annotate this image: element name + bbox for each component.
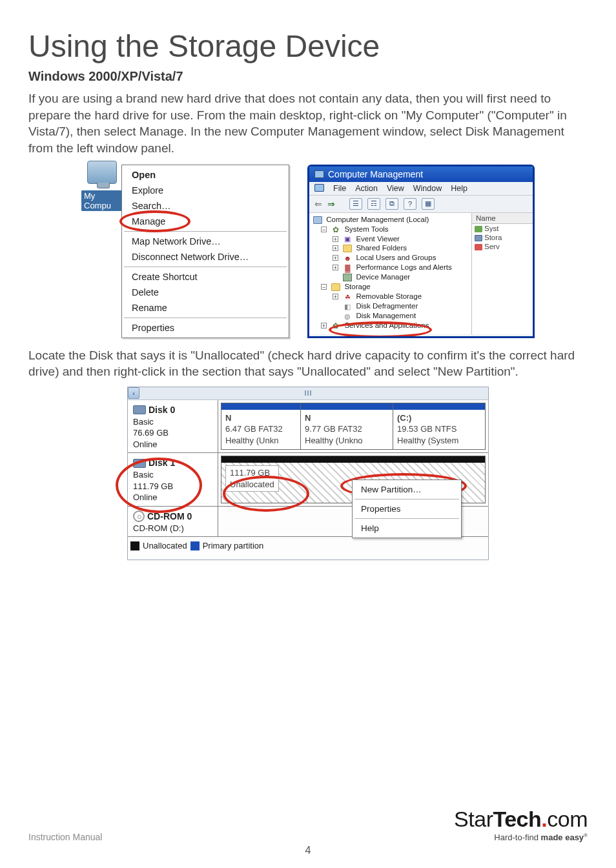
scroll-left-icon[interactable]: ‹ (128, 387, 139, 399)
expand-icon[interactable]: + (321, 323, 327, 328)
expand-icon[interactable]: + (333, 245, 338, 251)
brand-tech: Tech (493, 807, 541, 831)
tree-system-tools[interactable]: − ✿ System Tools (311, 225, 470, 234)
ctx-explore[interactable]: Explore (123, 183, 288, 198)
tree-device-manager[interactable]: Device Manager (311, 272, 470, 282)
ctx-new-partition[interactable]: New Partition… (353, 482, 460, 497)
expand-icon[interactable]: + (333, 265, 338, 270)
back-icon[interactable]: ⇐ (314, 199, 322, 209)
ctx-properties[interactable]: Properties (353, 501, 460, 516)
tree-disk-defragmenter[interactable]: ◧ Disk Defragmenter (311, 301, 470, 311)
brand-com: com (547, 807, 588, 831)
ctx-disconnect-network-drive[interactable]: Disconnect Network Drive… (123, 249, 288, 265)
ctx-help[interactable]: Help (353, 521, 460, 536)
brand-star: Star (454, 807, 493, 831)
disk-management-figure: ‹ Disk 0 Basic 76.69 GB Online N 6.47 GB… (127, 387, 489, 561)
ctx-separator (124, 267, 287, 267)
ctx-create-shortcut[interactable]: Create Shortcut (123, 269, 288, 285)
expand-icon[interactable]: + (333, 236, 338, 242)
gear-icon (475, 244, 482, 250)
expand-icon[interactable]: + (333, 255, 338, 261)
tree-services-applications[interactable]: + ✿ Services and Applications (311, 321, 470, 330)
toolbar-button[interactable]: ? (404, 198, 416, 210)
removable-icon: ☘ (343, 293, 352, 301)
tree-storage[interactable]: − Storage (311, 282, 470, 292)
legend-unallocated-label: Unallocated (143, 541, 187, 550)
menu-action[interactable]: Action (355, 184, 378, 193)
tree-removable-storage[interactable]: + ☘ Removable Storage (311, 292, 470, 301)
toolbar-button[interactable]: ☶ (367, 198, 380, 210)
ctx-separator (354, 518, 459, 519)
figure-context-and-mgmt: My Compu Open Explore Search… Manage Map… (28, 165, 588, 338)
folder-icon (331, 283, 340, 291)
ctx-separator (354, 499, 459, 500)
window-titlebar[interactable]: Computer Management (309, 167, 533, 182)
intro-paragraph: If you are using a brand new hard drive … (28, 90, 588, 157)
menu-view[interactable]: View (387, 184, 404, 193)
ctx-manage[interactable]: Manage (123, 214, 288, 229)
tools-icon (475, 226, 482, 232)
disk1-label-cell[interactable]: Disk 1 Basic 111.79 GB Online (128, 453, 218, 506)
ctx-separator (124, 231, 287, 232)
list-item[interactable]: Syst (472, 224, 533, 233)
list-item[interactable]: Stora (472, 233, 533, 242)
page-number: 4 (0, 845, 616, 856)
disk-icon (133, 405, 146, 414)
horizontal-scrollbar[interactable]: ‹ (128, 387, 488, 400)
os-subtitle: Windows 2000/XP/Vista/7 (28, 69, 588, 84)
window-title: Computer Management (328, 169, 423, 179)
toolbar-button[interactable]: ⧉ (385, 198, 398, 210)
forward-icon[interactable]: ⇒ (327, 199, 335, 209)
ctx-delete[interactable]: Delete (123, 285, 288, 300)
toolbar-button[interactable]: ☰ (349, 198, 362, 210)
disk-icon: ◍ (343, 312, 352, 320)
disk0-volume-1[interactable]: N 9.77 GB FAT32 Healthy (Unkno (301, 403, 393, 450)
unallocated-context-menu: New Partition… Properties Help (352, 479, 462, 538)
tree-local-users[interactable]: + ☻ Local Users and Groups (311, 253, 470, 263)
menu-file[interactable]: File (333, 184, 346, 193)
column-header-name[interactable]: Name (472, 213, 533, 224)
disk-icon (133, 459, 146, 468)
my-computer-label: My Compu (81, 190, 123, 211)
folder-icon (475, 235, 482, 241)
collapse-icon[interactable]: − (321, 284, 327, 290)
gear-icon: ✿ (331, 322, 340, 330)
collapse-icon[interactable]: − (321, 227, 327, 232)
expand-icon[interactable]: + (333, 294, 338, 299)
brand-tagline: Hard-to-find made easy® (454, 833, 588, 842)
device-icon (343, 274, 352, 281)
window-icon (314, 170, 324, 178)
tree-event-viewer[interactable]: + ▣ Event Viewer (311, 234, 470, 244)
toolbar-button[interactable]: ▦ (422, 198, 435, 210)
disk0-volume-0[interactable]: N 6.47 GB FAT32 Healthy (Unkn (221, 403, 301, 450)
page-footer: Instruction Manual StarTech.com Hard-to-… (28, 808, 588, 842)
list-item[interactable]: Serv (472, 242, 533, 251)
legend-primary-swatch (190, 541, 200, 550)
second-paragraph: Locate the Disk that says it is "Unalloc… (28, 347, 588, 380)
legend-primary-label: Primary partition (203, 541, 264, 550)
menu-window[interactable]: Window (413, 184, 442, 193)
tree-root[interactable]: Computer Management (Local) (311, 215, 470, 225)
brand-dot-icon: . (541, 807, 547, 831)
tree-disk-management[interactable]: ◍ Disk Management (311, 311, 470, 321)
cdrom-icon (133, 510, 145, 522)
ctx-properties[interactable]: Properties (123, 320, 288, 336)
ctx-search[interactable]: Search… (123, 198, 288, 214)
defrag-icon: ◧ (343, 303, 352, 310)
tree-shared-folders[interactable]: + Shared Folders (311, 243, 470, 253)
ctx-open[interactable]: Open (123, 167, 288, 183)
window-icon (314, 184, 324, 192)
menu-help[interactable]: Help (451, 184, 467, 193)
tree-performance-logs[interactable]: + ▓ Performance Logs and Alerts (311, 263, 470, 272)
disk-legend: Unallocated Primary partition (128, 537, 488, 550)
ctx-rename[interactable]: Rename (123, 300, 288, 316)
footer-label: Instruction Manual (28, 832, 102, 842)
performance-icon: ▓ (343, 264, 352, 272)
book-icon: ▣ (343, 235, 352, 243)
cdrom-label-cell[interactable]: CD-ROM 0 CD-ROM (D:) (128, 507, 218, 536)
disk0-label-cell[interactable]: Disk 0 Basic 76.69 GB Online (128, 400, 218, 453)
disk0-volume-2[interactable]: (C:) 19.53 GB NTFS Healthy (System (393, 403, 486, 450)
ctx-map-network-drive[interactable]: Map Network Drive… (123, 234, 288, 249)
scroll-grip-icon (305, 390, 311, 396)
my-computer-desktop-icon[interactable]: My Compu (81, 161, 123, 211)
